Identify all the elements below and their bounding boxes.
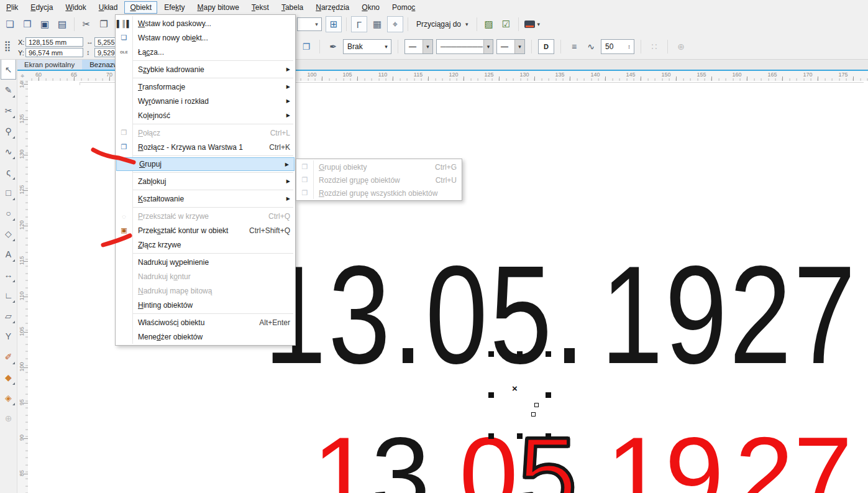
print-button[interactable]: ▤ bbox=[55, 17, 70, 32]
selection-handle-top-right[interactable] bbox=[546, 351, 551, 357]
menu-item-łącza[interactable]: OLEŁącza... bbox=[116, 45, 295, 59]
date-digit[interactable]: 1 bbox=[313, 422, 372, 493]
black-date-text[interactable]: 13.05.1927 bbox=[264, 245, 857, 385]
outline-pen-icon[interactable]: ✒ bbox=[326, 39, 340, 54]
black-date-part2[interactable]: 1927 bbox=[601, 236, 857, 393]
drop-shadow-tool[interactable]: ▱ bbox=[1, 305, 16, 326]
selection-handle-middle-right[interactable] bbox=[546, 392, 551, 398]
full-screen-preview-button[interactable]: ⊞ bbox=[326, 16, 342, 32]
show-grid-button[interactable]: ▦ bbox=[370, 17, 385, 32]
menubar-item-tabela[interactable]: Tabela bbox=[276, 1, 309, 14]
interactive-fill-tool[interactable]: ⊕ bbox=[1, 408, 16, 428]
show-rulers-button[interactable]: Γ bbox=[351, 16, 367, 32]
menubar-item-układ[interactable]: Układ bbox=[93, 1, 124, 14]
menu-item-przekształć-kontur-w-obiekt[interactable]: ▣Przekształć kontur w obiektCtrl+Shift+Q bbox=[116, 223, 295, 237]
pick-tool[interactable]: ↖ bbox=[1, 59, 16, 80]
menu-item-hinting-obiektów[interactable]: Hinting obiektów bbox=[116, 298, 295, 312]
welcome-screen-icon[interactable] bbox=[524, 21, 535, 28]
menu-separator bbox=[133, 172, 293, 173]
new-document-button[interactable]: ❏ bbox=[2, 17, 17, 32]
x-position-field[interactable]: 128,155 mm bbox=[25, 37, 83, 47]
crop-tool[interactable]: ✂ bbox=[1, 100, 16, 121]
shape-tool[interactable]: ✎ bbox=[1, 80, 16, 100]
selection-handle-bottom-right[interactable] bbox=[546, 433, 551, 439]
ellipse-tool[interactable]: ○ bbox=[1, 203, 16, 223]
view-options-button[interactable]: ☑ bbox=[499, 17, 514, 32]
open-folder-button[interactable]: ❒ bbox=[20, 17, 35, 32]
transparency-tool[interactable]: Y bbox=[1, 326, 16, 346]
menu-item-label: Właściwości obiektu bbox=[138, 318, 204, 327]
wrap-paragraph-text-icon[interactable]: ≡ bbox=[567, 39, 581, 54]
eyedropper-tool[interactable]: ✐ bbox=[1, 346, 16, 367]
curve-node[interactable] bbox=[534, 403, 539, 407]
selection-handle-bottom-middle[interactable] bbox=[517, 433, 523, 439]
menubar-item-edycja[interactable]: Edycja bbox=[25, 1, 58, 14]
import-export-button[interactable]: ▨ bbox=[482, 17, 496, 32]
selection-handle-middle-left[interactable] bbox=[488, 392, 494, 398]
cut-button[interactable]: ✂ bbox=[79, 17, 94, 32]
line-style-combo[interactable]: ──────── ▾ bbox=[436, 39, 493, 54]
connector-tool[interactable]: ∟ bbox=[1, 285, 16, 305]
snap-to-dropdown[interactable]: Przyciągaj do ▾ bbox=[411, 20, 473, 29]
outline-width-value: Brak bbox=[344, 42, 367, 51]
date-digit[interactable]: . bbox=[577, 422, 606, 493]
red-date-text[interactable]: 13.05.1927 bbox=[313, 422, 852, 493]
menu-item-grupuj[interactable]: Grupuj▶ bbox=[116, 157, 295, 171]
outline-pen-tool[interactable]: ◆ bbox=[1, 367, 16, 387]
y-position-field[interactable]: 96,574 mm bbox=[25, 48, 83, 57]
tab-welcome-screen[interactable]: Ekran powitalny bbox=[17, 59, 82, 70]
menubar-item-okno[interactable]: Okno bbox=[356, 1, 385, 14]
menubar-item-narzędzia[interactable]: Narzędzia bbox=[310, 1, 355, 14]
menu-item-szybkie-kadrowanie[interactable]: Szybkie kadrowanie▶ bbox=[116, 62, 295, 76]
date-digit[interactable]: 19 bbox=[606, 422, 724, 493]
ruler-label: 90 bbox=[19, 431, 25, 444]
menu-item-transformacje[interactable]: Transformacje▶ bbox=[116, 80, 295, 94]
text-tool[interactable]: A bbox=[1, 244, 16, 264]
menu-item-kształtowanie[interactable]: Kształtowanie▶ bbox=[116, 191, 295, 206]
polygon-tool[interactable]: ◇ bbox=[1, 223, 16, 244]
menu-item-kolejność[interactable]: Kolejność▶ bbox=[116, 108, 295, 122]
menu-item-wstaw-kod-paskowy[interactable]: ▌║▌Wstaw kod paskowy... bbox=[116, 16, 295, 30]
menu-item-właściwości-obiektu[interactable]: Właściwości obiektuAlt+Enter bbox=[116, 315, 295, 329]
dimension-tool[interactable]: ↔ bbox=[1, 264, 16, 285]
save-button[interactable]: ▣ bbox=[37, 17, 52, 32]
menubar-item-widok[interactable]: Widok bbox=[60, 1, 91, 14]
artistic-media-tool[interactable]: ς bbox=[1, 162, 16, 182]
menu-item-zablokuj[interactable]: Zablokuj▶ bbox=[116, 174, 295, 188]
selection-handle-bottom-left[interactable] bbox=[488, 433, 494, 439]
date-digit[interactable]: . bbox=[430, 422, 459, 493]
vertical-ruler[interactable]: 140135130125120115110105100959085 bbox=[17, 81, 28, 493]
fill-tool[interactable]: ◈ bbox=[1, 387, 16, 408]
date-digit[interactable]: 3 bbox=[372, 422, 431, 493]
date-digit[interactable]: 27 bbox=[735, 422, 852, 493]
curve-node[interactable] bbox=[531, 412, 536, 417]
zoom-level-combo[interactable]: ▾ bbox=[297, 17, 322, 31]
zoom-tool[interactable]: ⚲ bbox=[1, 121, 16, 141]
menubar-item-obiekt[interactable]: Obiekt bbox=[124, 1, 157, 14]
selection-handle-top-left[interactable] bbox=[488, 351, 494, 357]
menubar-item-mapy-bitowe[interactable]: Mapy bitowe bbox=[191, 1, 244, 14]
start-arrowhead-combo[interactable]: — ▾ bbox=[404, 39, 433, 54]
outline-width-combo[interactable]: Brak ▾ bbox=[343, 39, 391, 54]
break-apart-button[interactable]: ❐ bbox=[299, 39, 313, 54]
show-guidelines-button[interactable]: ⌖ bbox=[387, 16, 403, 32]
smoothing-spinner[interactable]: 50 ↕ bbox=[601, 39, 634, 54]
copy-button[interactable]: ❐ bbox=[96, 17, 111, 32]
ruler-origin-icon[interactable]: ⌖ bbox=[17, 70, 28, 81]
menu-item-menedżer-obiektów[interactable]: Menedżer obiektów bbox=[116, 329, 295, 344]
menu-item-wyrównanie-i-rozkład[interactable]: Wyrównanie i rozkład▶ bbox=[116, 94, 295, 108]
menubar-item-pomoc[interactable]: Pomoc bbox=[386, 1, 421, 14]
selection-handle-top-middle[interactable] bbox=[517, 351, 523, 357]
freehand-tool[interactable]: ∿ bbox=[1, 141, 16, 162]
end-arrowhead-combo[interactable]: — ▾ bbox=[496, 39, 525, 54]
selection-box[interactable]: × bbox=[488, 351, 551, 439]
menu-item-złącz-krzywe[interactable]: Złącz krzywe bbox=[116, 237, 295, 252]
close-curve-button[interactable]: D bbox=[538, 39, 554, 54]
rectangle-tool[interactable]: □ bbox=[1, 182, 16, 203]
menu-item-wstaw-nowy-obiekt[interactable]: ❏Wstaw nowy obiekt... bbox=[116, 30, 295, 45]
menu-item-nadrukuj-wypełnienie[interactable]: Nadrukuj wypełnienie bbox=[116, 255, 295, 269]
menu-item-rozłącz-krzywa-na-warstwa-1[interactable]: ❐Rozłącz - Krzywa na Warstwa 1Ctrl+K bbox=[116, 140, 295, 154]
menubar-item-efekty[interactable]: Efekty bbox=[158, 1, 190, 14]
menubar-item-plik[interactable]: Plik bbox=[1, 1, 24, 14]
menubar-item-tekst[interactable]: Tekst bbox=[246, 1, 275, 14]
